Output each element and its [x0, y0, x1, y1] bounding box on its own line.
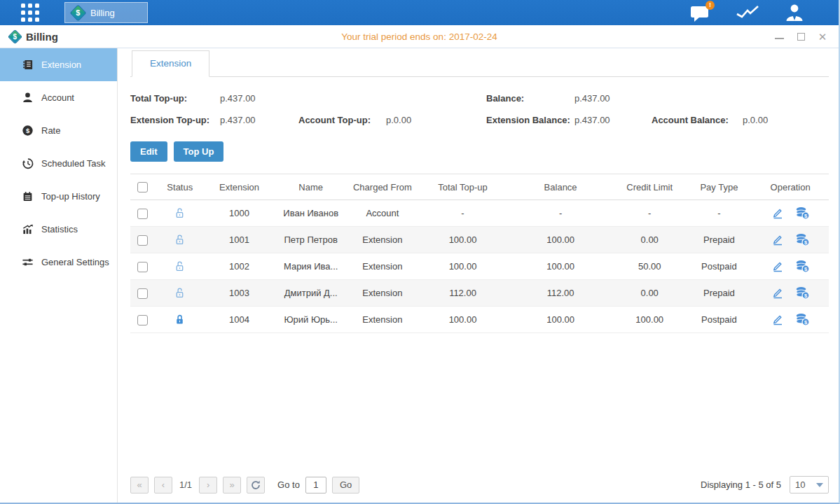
refresh-button[interactable] [247, 477, 265, 493]
edit-row-icon[interactable] [771, 206, 784, 220]
col-credit-limit: Credit Limit [613, 174, 687, 200]
goto-label: Go to [277, 479, 300, 490]
page-size-value: 10 [795, 479, 805, 490]
page-size-dropdown[interactable]: 10 [790, 476, 829, 493]
maximize-button[interactable] [797, 33, 805, 41]
extension-topup-label: Extension Top-up: [130, 115, 220, 125]
bar-chart-icon [21, 223, 34, 235]
person-icon [21, 92, 34, 104]
extension-balance-value: p.437.00 [574, 115, 652, 125]
sidebar-item-extension[interactable]: Extension [0, 48, 117, 81]
edit-row-icon[interactable] [771, 260, 784, 273]
account-balance-value: p.0.00 [743, 115, 829, 125]
account-topup-value: p.0.00 [386, 115, 486, 125]
window-titlebar: $ Billing Your trial period ends on: 201… [0, 25, 839, 48]
edit-row-icon[interactable] [771, 233, 784, 246]
billing-window: $ Billing ! [0, 0, 840, 504]
edit-row-icon[interactable] [771, 286, 784, 300]
col-extension: Extension [205, 174, 275, 200]
account-topup-label: Account Top-up: [298, 115, 386, 125]
col-status: Status [156, 174, 205, 200]
app-grid-icon[interactable] [21, 4, 39, 22]
top-up-row-icon[interactable]: $ [795, 286, 810, 300]
go-button[interactable]: Go [332, 477, 359, 493]
table-row: 1004 Юрий Юрь... Extension 100.00 100.00… [130, 307, 829, 333]
table-header-row: Status Extension Name Charged From Total… [130, 174, 829, 200]
taskbar-tab-label: Billing [90, 8, 115, 18]
sidebar-item-general-settings[interactable]: General Settings [0, 246, 117, 279]
balance-label: Balance: [486, 93, 574, 104]
col-charged-from: Charged From [347, 174, 418, 200]
row-checkbox[interactable] [137, 288, 148, 299]
top-taskbar: $ Billing ! [0, 0, 839, 25]
top-up-row-icon[interactable]: $ [795, 206, 810, 220]
dollar-circle-icon: $ [21, 125, 34, 136]
edit-button[interactable]: Edit [130, 141, 167, 162]
table-row: 1001 Петр Петров Extension 100.00 100.00… [130, 227, 829, 253]
col-total-topup: Total Top-up [418, 174, 509, 200]
status-lock-icon [174, 287, 186, 298]
statistics-chart-icon[interactable] [735, 4, 760, 22]
extension-balance-label: Extension Balance: [486, 115, 574, 125]
balance-summary: Total Top-up: p.437.00 Extension Top-up:… [130, 88, 829, 131]
page-indicator: 1/1 [179, 479, 192, 490]
top-up-row-icon[interactable]: $ [795, 313, 810, 326]
top-up-button[interactable]: Top Up [174, 141, 224, 162]
displaying-label: Displaying 1 - 5 of 5 [701, 479, 781, 490]
status-lock-icon [174, 314, 186, 324]
last-page-button[interactable]: » [223, 477, 241, 493]
status-lock-icon [174, 207, 186, 218]
tab-bar: Extension [130, 48, 829, 77]
sidebar-item-account[interactable]: Account [0, 81, 117, 114]
pagination-bar: « ‹ 1/1 › » Go to Go Displaying 1 - 5 of… [130, 476, 829, 493]
notebook-icon [21, 190, 34, 202]
app-title: Billing [26, 31, 58, 43]
minimize-button[interactable] [775, 34, 784, 39]
taskbar-tab-billing[interactable]: $ Billing [64, 2, 148, 23]
next-page-button[interactable]: › [199, 477, 217, 493]
top-up-row-icon[interactable]: $ [795, 260, 810, 273]
table-body: 1000 Иван Иванов Account - - - - [130, 200, 829, 333]
chevron-down-icon [816, 483, 823, 487]
table-row: 1003 Дмитрий Д... Extension 112.00 112.0… [130, 280, 829, 307]
user-account-icon[interactable] [784, 4, 805, 22]
close-button[interactable]: ✕ [818, 31, 827, 41]
table-row: 1000 Иван Иванов Account - - - - [130, 200, 829, 227]
table-row: 1002 Мария Ива... Extension 100.00 100.0… [130, 253, 829, 280]
goto-page-input[interactable] [305, 477, 326, 493]
billing-diamond-icon: $ [69, 4, 86, 21]
tab-extension[interactable]: Extension [132, 50, 209, 77]
row-checkbox[interactable] [137, 262, 148, 272]
sidebar: Extension Account $ Rate Scheduled Task … [0, 48, 118, 503]
sidebar-item-rate[interactable]: $ Rate [0, 114, 117, 147]
row-checkbox[interactable] [137, 315, 148, 326]
select-all-checkbox[interactable] [137, 182, 148, 192]
total-topup-label: Total Top-up: [130, 93, 220, 104]
ledger-icon [21, 59, 34, 71]
account-balance-label: Account Balance: [652, 115, 743, 125]
row-checkbox[interactable] [137, 235, 148, 246]
extensions-table: Status Extension Name Charged From Total… [130, 174, 829, 333]
row-checkbox[interactable] [137, 209, 148, 219]
status-lock-icon [174, 260, 186, 271]
balance-value: p.437.00 [574, 93, 652, 104]
sidebar-item-top-up-history[interactable]: Top-up History [0, 180, 117, 213]
sidebar-item-scheduled-task[interactable]: Scheduled Task [0, 147, 117, 180]
main-panel: Extension Total Top-up: p.437.00 Extensi… [118, 48, 839, 503]
svg-text:$: $ [25, 127, 29, 134]
messages-icon[interactable]: ! [689, 4, 711, 22]
notification-badge: ! [705, 1, 715, 10]
history-clock-icon [21, 158, 34, 169]
first-page-button[interactable]: « [130, 477, 149, 493]
prev-page-button[interactable]: ‹ [154, 477, 172, 493]
sidebar-item-statistics[interactable]: Statistics [0, 213, 117, 246]
total-topup-value: p.437.00 [220, 93, 298, 104]
col-pay-type: Pay Type [687, 174, 752, 200]
col-balance: Balance [508, 174, 613, 200]
sliders-icon [21, 256, 34, 268]
status-lock-icon [174, 234, 186, 244]
col-operation: Operation [752, 174, 829, 200]
top-up-row-icon[interactable]: $ [795, 233, 810, 246]
edit-row-icon[interactable] [771, 313, 784, 326]
trial-notice: Your trial period ends on: 2017-02-24 [0, 31, 839, 42]
